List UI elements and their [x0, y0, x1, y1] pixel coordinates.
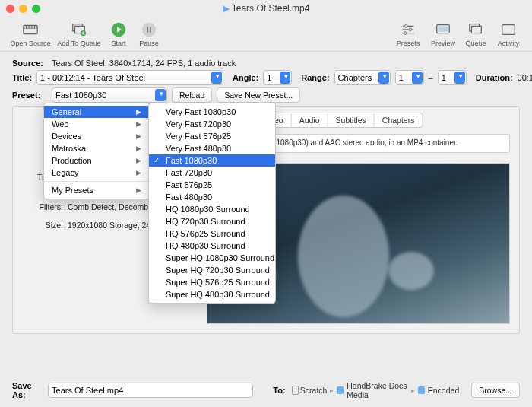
- range-to-select[interactable]: 1: [438, 70, 467, 85]
- preset-option[interactable]: Very Fast 1080p30: [149, 106, 275, 118]
- path-seg-2[interactable]: Encoded: [428, 386, 459, 395]
- folder-icon: [337, 386, 344, 394]
- toolbar: Open Source Add To Queue Start Pause Pre…: [0, 17, 532, 52]
- range-type-select[interactable]: Chapters: [334, 70, 391, 85]
- queue-button[interactable]: Queue: [461, 17, 491, 51]
- preset-category-devices[interactable]: Devices▶: [44, 130, 149, 142]
- filters-label: Filters:: [30, 202, 63, 211]
- preset-option[interactable]: Very Fast 480p30: [149, 142, 275, 154]
- open-source-button[interactable]: Open Source: [6, 17, 55, 51]
- chevron-right-icon: ▶: [136, 157, 141, 164]
- save-as-label: Save As:: [12, 381, 42, 399]
- preset-option[interactable]: Super HQ 576p25 Surround: [149, 276, 275, 288]
- svg-point-19: [404, 24, 407, 27]
- preset-category-general[interactable]: General▶: [44, 106, 149, 118]
- preset-label: Preset:: [12, 91, 47, 100]
- svg-point-21: [404, 31, 407, 34]
- drive-icon: [292, 386, 299, 395]
- filters-value: Comb Detect, Decomb: [68, 202, 148, 211]
- chevron-right-icon: ▸: [411, 386, 415, 394]
- presets-button[interactable]: Presets: [391, 17, 426, 51]
- tab-audio[interactable]: Audio: [292, 113, 328, 127]
- svg-rect-25: [472, 26, 482, 33]
- start-button[interactable]: Start: [103, 17, 134, 51]
- film-open-icon: [22, 21, 39, 38]
- preset-option[interactable]: HQ 576p25 Surround: [149, 227, 275, 240]
- play-icon: [110, 21, 127, 38]
- save-as-input[interactable]: [48, 383, 253, 398]
- preview-icon: [435, 21, 451, 38]
- preset-option[interactable]: Very Fast 576p25: [149, 130, 275, 142]
- minimize-icon[interactable]: [19, 5, 27, 13]
- window-title: ▶ Tears Of Steel.mp4: [0, 3, 532, 14]
- close-icon[interactable]: [6, 5, 14, 13]
- preset-category-menu[interactable]: General▶Web▶Devices▶Matroska▶Production▶…: [43, 103, 150, 199]
- preset-option[interactable]: Very Fast 720p30: [149, 118, 275, 130]
- chevron-right-icon: ▶: [136, 132, 141, 140]
- size-label: Size:: [30, 221, 63, 230]
- browse-button[interactable]: Browse...: [471, 383, 520, 398]
- angle-select[interactable]: 1: [263, 70, 292, 85]
- preset-category-web[interactable]: Web▶: [44, 118, 149, 130]
- preset-select[interactable]: Fast 1080p30: [52, 87, 167, 103]
- preset-submenu[interactable]: Very Fast 1080p30Very Fast 720p30Very Fa…: [148, 103, 276, 304]
- range-from-select[interactable]: 1: [395, 70, 424, 85]
- preset-option[interactable]: Super HQ 720p30 Surround: [149, 264, 275, 276]
- path-seg-0[interactable]: Scratch: [300, 386, 328, 395]
- to-label: To:: [273, 386, 285, 395]
- svg-rect-14: [147, 27, 148, 32]
- preview-button[interactable]: Preview: [426, 17, 461, 51]
- app-window: ▶ Tears Of Steel.mp4 Open Source Add To …: [0, 0, 532, 407]
- svg-point-20: [409, 28, 412, 31]
- folder-icon: [418, 386, 425, 394]
- chevron-right-icon: ▶: [136, 169, 141, 176]
- sliders-icon: [400, 21, 416, 38]
- title-row: Title: 1 - 00:12:14 - Tears Of Steel Ang…: [12, 70, 520, 85]
- activity-button[interactable]: Activity: [491, 17, 526, 51]
- preset-option[interactable]: ✓Fast 1080p30: [149, 154, 275, 167]
- duration-label: Duration:: [476, 73, 513, 82]
- tab-chapters[interactable]: Chapters: [375, 113, 423, 127]
- svg-rect-0: [24, 25, 37, 33]
- pause-button[interactable]: Pause: [134, 17, 164, 51]
- range-dash: –: [429, 73, 433, 82]
- tab-subtitles[interactable]: Subtitles: [328, 113, 375, 127]
- preset-category-my-presets[interactable]: My Presets▶: [44, 184, 149, 196]
- preset-option[interactable]: Super HQ 480p30 Surround: [149, 288, 275, 300]
- chevron-right-icon: ▶: [136, 120, 141, 128]
- title-select[interactable]: 1 - 00:12:14 - Tears Of Steel: [36, 70, 223, 85]
- video-file-icon: ▶: [223, 3, 230, 14]
- svg-point-13: [142, 22, 156, 36]
- preset-option[interactable]: Fast 720p30: [149, 167, 275, 179]
- chevron-right-icon: ▸: [330, 386, 334, 394]
- traffic-lights: [6, 5, 40, 13]
- titlebar: ▶ Tears Of Steel.mp4: [0, 0, 532, 17]
- path-seg-1[interactable]: HandBrake Docs Media: [347, 381, 408, 399]
- source-label: Source:: [12, 59, 47, 68]
- svg-rect-15: [150, 27, 151, 32]
- queue-add-icon: [71, 21, 87, 38]
- preset-category-production[interactable]: Production▶: [44, 154, 149, 167]
- preset-option[interactable]: HQ 1080p30 Surround: [149, 203, 275, 215]
- preset-option[interactable]: Fast 576p25: [149, 179, 275, 191]
- svg-rect-23: [439, 26, 448, 31]
- preset-option[interactable]: Fast 480p30: [149, 191, 275, 203]
- title-label: Title:: [12, 73, 32, 82]
- chevron-right-icon: ▶: [136, 108, 141, 116]
- chevron-right-icon: ▶: [136, 145, 141, 152]
- reload-button[interactable]: Reload: [172, 87, 212, 103]
- range-label: Range:: [301, 73, 329, 82]
- queue-icon: [467, 21, 484, 38]
- preset-option[interactable]: HQ 480p30 Surround: [149, 240, 275, 252]
- add-to-queue-button[interactable]: Add To Queue: [55, 17, 103, 51]
- save-preset-button[interactable]: Save New Preset...: [217, 87, 300, 103]
- preset-category-matroska[interactable]: Matroska▶: [44, 142, 149, 154]
- chevron-right-icon: ▶: [136, 186, 141, 194]
- preset-row: Preset: Fast 1080p30 Reload Save New Pre…: [12, 87, 520, 103]
- save-path: Scratch ▸ HandBrake Docs Media ▸ Encoded: [292, 381, 460, 399]
- preset-option[interactable]: HQ 720p30 Surround: [149, 215, 275, 227]
- zoom-icon[interactable]: [32, 5, 40, 13]
- preset-option[interactable]: Super HQ 1080p30 Surround: [149, 252, 275, 264]
- preset-category-legacy[interactable]: Legacy▶: [44, 167, 149, 179]
- angle-label: Angle:: [233, 73, 258, 82]
